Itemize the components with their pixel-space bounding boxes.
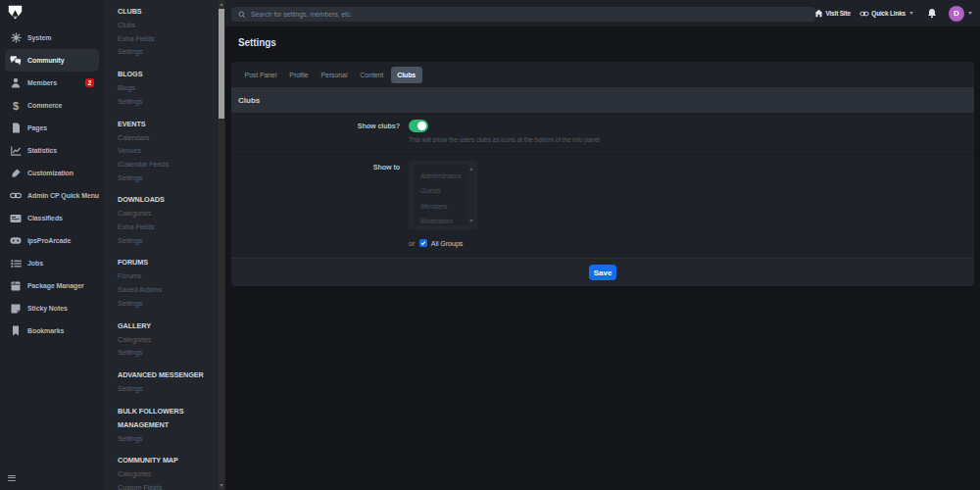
second-sidebar: CLUBSClubsExtra FieldsSettingsBLOGSBlogs… xyxy=(105,0,225,490)
all-groups-label: All Groups xyxy=(431,239,464,248)
sidebar-item-system[interactable]: System xyxy=(5,26,99,49)
nav-group-header: BULK FOLLOWERS MANAGEMENT xyxy=(118,405,212,432)
sidebar-item-statistics[interactable]: Statistics xyxy=(5,139,99,162)
field-row-show-clubs: Show clubs? This will show the users clu… xyxy=(231,113,974,155)
user-menu-chevron-icon[interactable] xyxy=(968,12,972,15)
invision-logo-icon[interactable] xyxy=(8,5,23,20)
link-icon xyxy=(859,10,869,18)
nav-item-settings[interactable]: Settings xyxy=(118,346,212,360)
page-title: Settings xyxy=(238,37,276,48)
nav-item-settings[interactable]: Settings xyxy=(118,172,212,185)
tab-post-panel[interactable]: Post Panel xyxy=(238,67,283,83)
tab-bar: Post PanelProfilePersonalContentClubs xyxy=(231,62,974,87)
sidebar-item-customization[interactable]: Customization xyxy=(5,162,99,184)
nav-group-blogs: BLOGSBlogsSettings xyxy=(118,68,212,108)
left-sidebar: SystemCommunityMembers2$CommercePagesSta… xyxy=(0,0,105,490)
file-icon xyxy=(10,122,22,134)
field-row-show-to: Show to AdministratorsGuestsMembersModer… xyxy=(231,155,974,258)
nav-item-extra-fields[interactable]: Extra Fields xyxy=(118,32,212,46)
nav-item-venues[interactable]: Venues xyxy=(118,144,212,158)
sidebar-item-members[interactable]: Members2 xyxy=(5,72,99,94)
show-to-option-moderators[interactable]: Moderators xyxy=(420,214,467,228)
sidebar-item-pages[interactable]: Pages xyxy=(5,117,99,139)
sidebar-item-jobs[interactable]: Jobs xyxy=(5,252,99,274)
tab-personal[interactable]: Personal xyxy=(315,67,354,83)
nav-item-settings[interactable]: Settings xyxy=(118,95,212,109)
sidebar-scrollbar[interactable] xyxy=(219,0,224,490)
svg-text:$: $ xyxy=(13,100,19,112)
nav-item-forums[interactable]: Forums xyxy=(118,270,212,283)
user-avatar[interactable]: D xyxy=(949,6,964,22)
nav-item-settings[interactable]: Settings xyxy=(118,432,212,446)
dollar-icon: $ xyxy=(10,100,22,112)
show-to-multiselect[interactable]: AdministratorsGuestsMembersModerators xyxy=(409,161,477,230)
sidebar-item-community[interactable]: Community xyxy=(5,49,99,72)
nav-item-saved-actions[interactable]: Saved Actions xyxy=(118,283,212,297)
nav-item-clubs[interactable]: Clubs xyxy=(118,19,212,32)
nav-item-settings[interactable]: Settings xyxy=(118,45,212,59)
tab-content[interactable]: Content xyxy=(354,67,390,83)
members-count-badge: 2 xyxy=(85,78,94,87)
nav-group-header: ADVANCED MESSENGER xyxy=(118,368,212,382)
nav-group-header: BLOGS xyxy=(118,68,212,81)
visit-site-link[interactable]: Visit Site xyxy=(814,9,851,18)
nav-group-gallery: GALLERYCategoriesSettings xyxy=(118,319,212,360)
topbar: Search for settings, members, etc. Visit… xyxy=(225,0,980,26)
save-button[interactable]: Save xyxy=(589,265,616,280)
show-to-options: AdministratorsGuestsMembersModerators xyxy=(414,165,467,225)
panel-header: Clubs xyxy=(231,87,974,113)
nav-item-icalendar-feeds[interactable]: iCalendar Feeds xyxy=(118,158,212,172)
nav-item-categories[interactable]: Categories xyxy=(118,207,212,220)
nav-item-calendars[interactable]: Calendars xyxy=(118,131,212,145)
show-to-option-members[interactable]: Members xyxy=(420,199,467,214)
nav-group-header: EVENTS xyxy=(118,118,212,131)
nav-item-categories[interactable]: Categories xyxy=(118,333,212,347)
sidebar-item-commerce[interactable]: $Commerce xyxy=(5,94,99,117)
search-input[interactable]: Search for settings, members, etc. xyxy=(231,7,815,22)
sidebar-item-bookmarks[interactable]: Bookmarks xyxy=(5,319,99,342)
nav-item-settings[interactable]: Settings xyxy=(118,234,212,248)
sidebar-item-package-manager[interactable]: Package Manager xyxy=(5,274,99,297)
nav-item-settings[interactable]: Settings xyxy=(118,297,212,311)
chat-icon xyxy=(10,55,22,67)
show-to-option-administrators[interactable]: Administrators xyxy=(420,169,467,183)
notifications-bell-icon[interactable] xyxy=(927,8,937,19)
settings-panel: Post PanelProfilePersonalContentClubs Cl… xyxy=(231,62,974,286)
nav-group-clubs: CLUBSClubsExtra FieldsSettings xyxy=(118,5,212,59)
box-icon xyxy=(10,280,22,292)
gear-icon xyxy=(10,32,22,44)
nav-group-header: FORUMS xyxy=(118,256,212,270)
sidebar-item-ipsproarcade[interactable]: ipsProArcade xyxy=(5,229,99,252)
brush-icon xyxy=(10,168,22,179)
bookmark-icon xyxy=(10,325,22,337)
card-icon xyxy=(10,213,22,224)
tab-clubs[interactable]: Clubs xyxy=(391,67,422,83)
scroll-up-icon[interactable] xyxy=(220,3,223,6)
sidebar-item-sticky-notes[interactable]: Sticky Notes xyxy=(5,297,99,319)
menu-collapse-icon[interactable] xyxy=(8,475,16,482)
quick-links-menu[interactable]: Quick Links xyxy=(859,10,913,18)
main-area: Search for settings, members, etc. Visit… xyxy=(225,0,980,490)
show-to-option-guests[interactable]: Guests xyxy=(420,183,467,198)
scroll-down-icon[interactable] xyxy=(220,484,223,487)
nav-group-events: EVENTSCalendarsVenuesiCalendar FeedsSett… xyxy=(118,118,212,185)
listbox-scroll-up-icon[interactable] xyxy=(469,168,473,171)
nav-item-extra-fields[interactable]: Extra Fields xyxy=(118,220,212,234)
scrollbar-thumb[interactable] xyxy=(219,9,224,119)
show-clubs-toggle[interactable] xyxy=(409,120,428,132)
nav-item-custom-fields[interactable]: Custom Fields xyxy=(118,481,212,490)
listbox-scrollbar[interactable] xyxy=(467,165,474,225)
search-icon xyxy=(238,11,246,19)
left-nav: SystemCommunityMembers2$CommercePagesSta… xyxy=(0,26,105,342)
nav-group-community-map: COMMUNITY MAPCategoriesCustom Fields xyxy=(118,454,212,490)
tab-profile[interactable]: Profile xyxy=(283,67,315,83)
list-icon xyxy=(10,258,22,270)
all-groups-checkbox[interactable] xyxy=(419,239,427,247)
listbox-scroll-down-icon[interactable] xyxy=(469,220,473,222)
nav-item-settings[interactable]: Settings xyxy=(118,382,212,396)
nav-item-blogs[interactable]: Blogs xyxy=(118,81,212,95)
sidebar-item-classifieds[interactable]: Classifieds xyxy=(5,207,99,229)
nav-group-bulk-followers-management: BULK FOLLOWERS MANAGEMENTSettings xyxy=(118,405,212,446)
sidebar-item-admin-cp-quick-menu[interactable]: Admin CP Quick Menu xyxy=(5,184,99,207)
nav-item-categories[interactable]: Categories xyxy=(118,467,212,481)
